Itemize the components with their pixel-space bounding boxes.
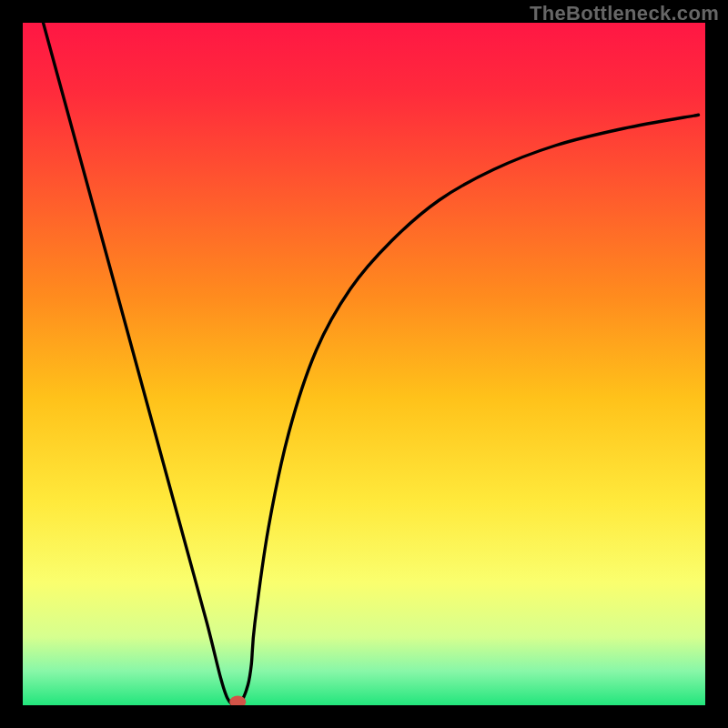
gradient-rect: [23, 23, 705, 705]
chart-svg: [23, 23, 705, 705]
watermark-text: TheBottleneck.com: [530, 2, 719, 25]
plot-area: [23, 23, 705, 705]
chart-frame: TheBottleneck.com: [0, 0, 728, 728]
